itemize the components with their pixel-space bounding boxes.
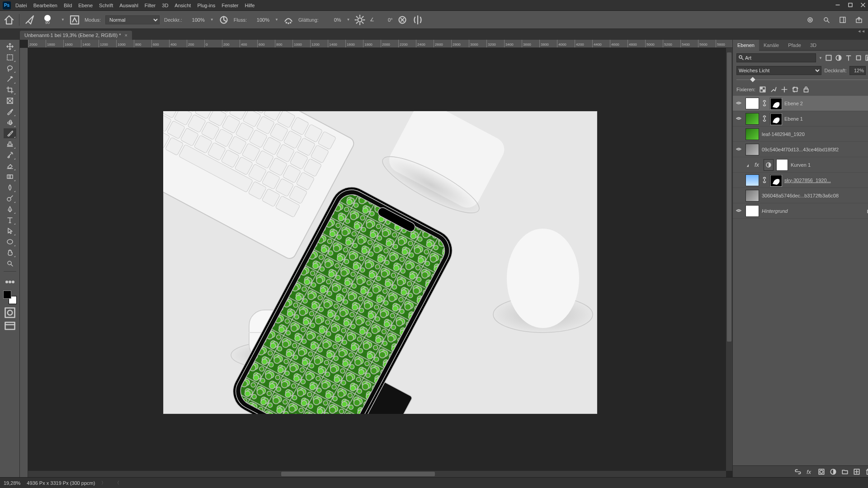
chevron-down-icon[interactable]: ▼: [819, 56, 822, 60]
cloud-docs-button[interactable]: [805, 14, 816, 25]
symmetry-button[interactable]: [412, 14, 423, 25]
layer-mask-thumbnail[interactable]: [770, 98, 782, 109]
brush-preset-picker[interactable]: 90: [39, 13, 56, 27]
layer-mask-thumbnail[interactable]: [770, 174, 782, 186]
adjustment-icon[interactable]: [830, 468, 837, 475]
maximize-button[interactable]: [848, 3, 853, 8]
color-swatches[interactable]: [3, 291, 17, 304]
menu-edit[interactable]: Bearbeiten: [33, 3, 57, 8]
menu-view[interactable]: Ansicht: [175, 3, 191, 8]
edit-toolbar-button[interactable]: [4, 277, 16, 287]
screenmode-button[interactable]: [4, 321, 16, 331]
visibility-toggle[interactable]: [735, 207, 743, 215]
menu-filter[interactable]: Filter: [145, 3, 156, 8]
menu-select[interactable]: Auswahl: [119, 3, 138, 8]
opacity-slider[interactable]: [736, 77, 868, 83]
lock-artboard-icon[interactable]: [792, 86, 799, 93]
layer-row[interactable]: leaf-1482948_1920: [733, 127, 868, 142]
filter-type-icon[interactable]: [845, 54, 852, 61]
healing-tool[interactable]: [4, 117, 16, 127]
search-button[interactable]: [821, 14, 832, 25]
pen-tool[interactable]: [4, 204, 16, 214]
layer-row[interactable]: Hintergrund: [733, 203, 868, 219]
menu-help[interactable]: Hilfe: [245, 3, 255, 8]
visibility-toggle[interactable]: [735, 146, 743, 153]
zoom-tool[interactable]: [4, 258, 16, 268]
expand-panels-icon[interactable]: ◄◄: [857, 29, 865, 33]
menu-layer[interactable]: Ebene: [78, 3, 93, 8]
smoothing-value[interactable]: 0%: [323, 17, 341, 23]
statusbar-chevron-left-icon[interactable]: 〈: [115, 480, 119, 486]
link-mask-icon[interactable]: [762, 98, 767, 109]
layer-name[interactable]: Kurven 1: [791, 162, 868, 168]
angle-value[interactable]: 0°: [379, 17, 392, 23]
hand-tool[interactable]: [4, 248, 16, 258]
type-tool[interactable]: [4, 215, 16, 225]
wand-tool[interactable]: [4, 74, 16, 84]
size-pressure-button[interactable]: [397, 14, 408, 25]
close-button[interactable]: [861, 3, 865, 8]
layer-row[interactable]: fxKurven 1: [733, 157, 868, 173]
eraser-tool[interactable]: [4, 161, 16, 171]
shape-tool[interactable]: [4, 237, 16, 247]
blend-mode-select[interactable]: Normal: [105, 15, 160, 24]
opacity-value-panel[interactable]: 12%: [849, 66, 866, 75]
layer-row[interactable]: 306048a5746dec...b3172fb3a6c08: [733, 188, 868, 203]
eyedropper-tool[interactable]: [4, 107, 16, 117]
layer-name[interactable]: Ebene 2: [784, 101, 868, 106]
tool-preset-picker[interactable]: [24, 14, 35, 25]
blur-tool[interactable]: [4, 183, 16, 192]
menu-type[interactable]: Schrift: [99, 3, 113, 8]
link-mask-icon[interactable]: [762, 113, 767, 125]
blend-mode-select-panel[interactable]: Weiches Licht: [736, 66, 821, 75]
ruler-horizontal[interactable]: 2000180016001400120010008006004002000200…: [28, 40, 732, 48]
filter-adjust-icon[interactable]: [835, 54, 842, 61]
layer-row[interactable]: sky-3027856_1920...: [733, 173, 868, 188]
mask-icon[interactable]: [818, 468, 825, 475]
link-layers-icon[interactable]: [794, 468, 802, 475]
layer-filter-input[interactable]: [736, 53, 816, 62]
layer-row[interactable]: Ebene 1: [733, 111, 868, 127]
fx-icon[interactable]: fx: [806, 468, 813, 475]
share-button[interactable]: [854, 14, 864, 25]
layer-name[interactable]: Hintergrund: [762, 208, 864, 214]
menu-window[interactable]: Fenster: [222, 3, 238, 8]
lock-position-icon[interactable]: [781, 86, 788, 93]
quickmask-button[interactable]: [4, 308, 16, 318]
artboard[interactable]: [163, 111, 597, 414]
ruler-vertical[interactable]: [20, 48, 28, 477]
lock-all-icon[interactable]: [802, 86, 810, 93]
layer-mask-thumbnail[interactable]: [776, 159, 788, 171]
lock-pixels-icon[interactable]: [770, 86, 777, 93]
airbrush-button[interactable]: [283, 14, 294, 25]
menu-file[interactable]: Datei: [15, 3, 27, 8]
marquee-tool[interactable]: [4, 52, 16, 62]
zoom-level[interactable]: 19,28%: [4, 480, 20, 486]
stamp-tool[interactable]: [4, 139, 16, 149]
horizontal-scrollbar[interactable]: [28, 471, 726, 477]
dodge-tool[interactable]: [4, 193, 16, 203]
frame-tool[interactable]: [4, 96, 16, 106]
doc-dimensions[interactable]: 4936 Px x 3319 Px (300 ppcm): [27, 480, 95, 486]
link-mask-icon[interactable]: [762, 174, 767, 186]
flow-value[interactable]: 100%: [251, 17, 269, 23]
layer-name[interactable]: leaf-1482948_1920: [762, 131, 868, 137]
filter-pixel-icon[interactable]: [825, 54, 832, 61]
new-layer-icon[interactable]: [853, 468, 860, 475]
home-button[interactable]: [4, 14, 14, 25]
move-tool[interactable]: [4, 42, 16, 52]
visibility-toggle[interactable]: [735, 115, 743, 122]
canvas-viewport[interactable]: [28, 48, 732, 477]
filter-shape-icon[interactable]: [855, 54, 862, 61]
lock-transparency-icon[interactable]: [759, 86, 766, 93]
trash-icon[interactable]: [865, 468, 868, 475]
layer-name[interactable]: sky-3027856_1920...: [784, 178, 868, 183]
minimize-button[interactable]: [835, 3, 840, 8]
path-select-tool[interactable]: [4, 226, 16, 236]
layer-row[interactable]: Ebene 2: [733, 96, 868, 111]
group-icon[interactable]: [841, 468, 849, 475]
gradient-tool[interactable]: [4, 172, 16, 182]
history-brush-tool[interactable]: [4, 150, 16, 160]
layer-row[interactable]: 09c540e4f70d13...43ce46bd18f3f2: [733, 142, 868, 157]
smoothing-options-button[interactable]: [354, 14, 365, 25]
